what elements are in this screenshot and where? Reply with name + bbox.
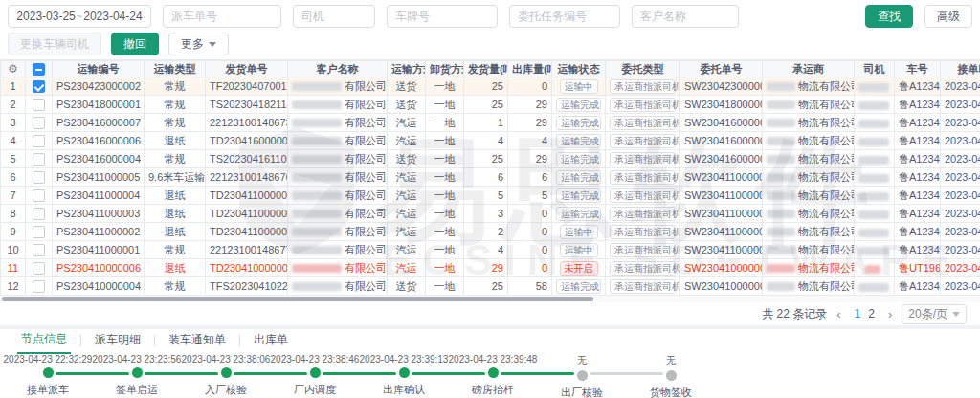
table-row[interactable]: 7PS230411000004退纸TD230411000009有限公司汽运一地5… xyxy=(1,187,980,205)
task-no-input[interactable] xyxy=(509,5,620,28)
transport-no-cell: PS230423000002 xyxy=(53,77,145,96)
row-select-cell xyxy=(26,168,53,187)
row-checkbox[interactable] xyxy=(33,99,45,111)
timeline-node-dot xyxy=(310,367,321,378)
driver-cell xyxy=(855,277,895,296)
consign-type-cell: 承运商指派司机 xyxy=(606,77,680,96)
table-row[interactable]: 6PS2304110000059.6米车运输22123100148676有限公司… xyxy=(1,168,980,187)
unload-mode-cell: 一地 xyxy=(426,132,464,150)
change-driver-button[interactable]: 更换车辆司机 xyxy=(8,33,101,55)
row-checkbox[interactable] xyxy=(33,262,45,275)
accept-time-cell: 2023-04- xyxy=(941,277,980,296)
advanced-button[interactable]: 高级 xyxy=(924,5,972,28)
table-row[interactable]: 2PS230418000001常规TS202304182114有限公司送货一地2… xyxy=(1,96,980,114)
page-number-1[interactable]: 1 xyxy=(855,307,861,321)
tab-节点信息[interactable]: 节点信息 xyxy=(17,331,71,354)
row-checkbox[interactable] xyxy=(33,153,45,166)
tab-出库单[interactable]: 出库单 xyxy=(250,332,292,353)
driver-cell xyxy=(855,114,895,132)
row-checkbox[interactable] xyxy=(33,80,45,93)
row-checkbox[interactable] xyxy=(33,244,45,256)
row-checkbox[interactable] xyxy=(33,280,45,293)
date-end[interactable]: 2023-04-24 xyxy=(83,10,142,23)
status-cell: 运输完成 xyxy=(552,96,606,114)
table-row[interactable]: 8PS230411000003退纸TD230411000008有限公司汽运一地3… xyxy=(1,205,980,223)
tab-派车明细[interactable]: 派车明细 xyxy=(91,332,145,353)
scrollbar-thumb[interactable] xyxy=(2,297,593,301)
ship-no-cell: TD230416000002 xyxy=(206,132,288,150)
driver-input[interactable] xyxy=(293,5,375,28)
redacted-driver-name xyxy=(858,156,889,165)
table-row[interactable]: 12PS230410000004常规TFS202304102203有限公司送货一… xyxy=(1,277,980,296)
more-dropdown-button[interactable]: 更多 xyxy=(168,33,229,55)
customer-name-input[interactable] xyxy=(632,5,739,28)
gear-icon[interactable]: ⚙ xyxy=(8,62,18,76)
tab-装车通知单[interactable]: 装车通知单 xyxy=(165,332,230,353)
consign-no-cell: SW230416000006 xyxy=(680,150,763,168)
table-row[interactable]: 9PS230411000002退纸TD230411000007有限公司汽运一地2… xyxy=(1,223,980,241)
row-checkbox[interactable] xyxy=(33,171,45,184)
dispatch-no-input[interactable] xyxy=(163,5,281,28)
table-row[interactable]: 4PS230416000006退纸TD230416000002有限公司汽运一地4… xyxy=(1,132,980,150)
driver-cell xyxy=(855,205,895,223)
table-row[interactable]: 1PS230423000002常规TF20230407001有限公司送货一地25… xyxy=(1,77,980,96)
redacted-driver-name xyxy=(865,265,880,274)
redacted-driver-name xyxy=(858,101,889,110)
ship-no-cell: TD230410000009 xyxy=(206,259,288,277)
status-cell: 运输完成 xyxy=(552,168,606,187)
next-page-icon[interactable]: › xyxy=(888,307,892,321)
driver-cell xyxy=(855,96,895,114)
out-qty-cell: 0 xyxy=(508,241,552,259)
redacted-driver-name xyxy=(858,174,889,183)
table-row[interactable]: 11PS230410000006退纸TD230410000009有限公司汽运一地… xyxy=(1,259,980,277)
chevron-down-icon xyxy=(209,42,216,47)
ship-no-cell: 22123100148676 xyxy=(206,168,288,187)
transport-type-cell: 退纸 xyxy=(145,187,206,205)
transport-no-cell: PS230410000006 xyxy=(53,259,145,277)
date-range-input[interactable]: 2023-03-25 ~ 2023-04-24 xyxy=(8,5,151,28)
transport-no-cell: PS230410000004 xyxy=(53,277,145,296)
row-checkbox[interactable] xyxy=(33,189,45,202)
transport-type-cell: 常规 xyxy=(145,277,206,296)
consign-no-cell: SW230411000006 xyxy=(680,168,763,187)
timeline-node-dot xyxy=(666,370,677,381)
select-all-checkbox[interactable] xyxy=(33,63,45,76)
table-row[interactable]: 3PS230416000007常规22123100148673有限公司汽运一地1… xyxy=(1,114,980,132)
date-start[interactable]: 2023-03-25 xyxy=(16,10,75,23)
out-qty-cell: 5 xyxy=(508,187,552,205)
table-row[interactable]: 5PS230416000004常规TS202304161109有限公司送货一地2… xyxy=(1,150,980,168)
transport-type-cell: 退纸 xyxy=(145,132,206,150)
withdraw-button[interactable]: 撤回 xyxy=(111,33,159,55)
customer-cell: 有限公司 xyxy=(288,150,388,168)
consign-type-badge: 承运商指派司机 xyxy=(610,98,676,112)
transport-no-cell: PS230411000001 xyxy=(53,241,145,259)
consign-type-cell: 承运商指派司机 xyxy=(606,168,680,187)
row-select-cell xyxy=(26,205,53,223)
row-checkbox[interactable] xyxy=(33,208,45,220)
status-badge: 运输完成 xyxy=(556,134,601,148)
search-button[interactable]: 查找 xyxy=(865,5,913,28)
column-header-3: 客户名称 xyxy=(288,61,388,77)
unload-mode-cell: 一地 xyxy=(426,77,464,96)
consign-no-cell: SW230416000009 xyxy=(680,114,763,132)
row-checkbox[interactable] xyxy=(33,117,45,129)
transport-no-cell: PS230411000005 xyxy=(53,168,145,187)
row-select-cell xyxy=(26,96,53,114)
plate-no-cell: 鲁A12345 xyxy=(895,150,941,168)
page-number-2[interactable]: 2 xyxy=(868,307,875,321)
plate-no-cell: 鲁A12345 xyxy=(895,96,941,114)
row-checkbox[interactable] xyxy=(33,226,45,238)
transport-mode-cell: 送货 xyxy=(388,77,426,96)
transport-no-cell: PS230416000007 xyxy=(53,114,145,132)
plate-no-input[interactable] xyxy=(387,5,498,28)
redacted-carrier-name xyxy=(767,210,795,218)
prev-page-icon[interactable]: ‹ xyxy=(836,307,840,321)
status-badge: 运输完成 xyxy=(556,207,601,221)
row-checkbox[interactable] xyxy=(33,135,45,147)
redacted-carrier-name xyxy=(767,100,795,109)
status-badge: 运输完成 xyxy=(556,152,601,166)
redacted-carrier-name xyxy=(767,228,795,236)
table-row[interactable]: 10PS230411000001常规22123100148677有限公司汽运一地… xyxy=(1,241,980,259)
page-size-select[interactable]: 20条/页 xyxy=(902,304,967,324)
carrier-cell: 物流有限公司 xyxy=(763,205,855,223)
